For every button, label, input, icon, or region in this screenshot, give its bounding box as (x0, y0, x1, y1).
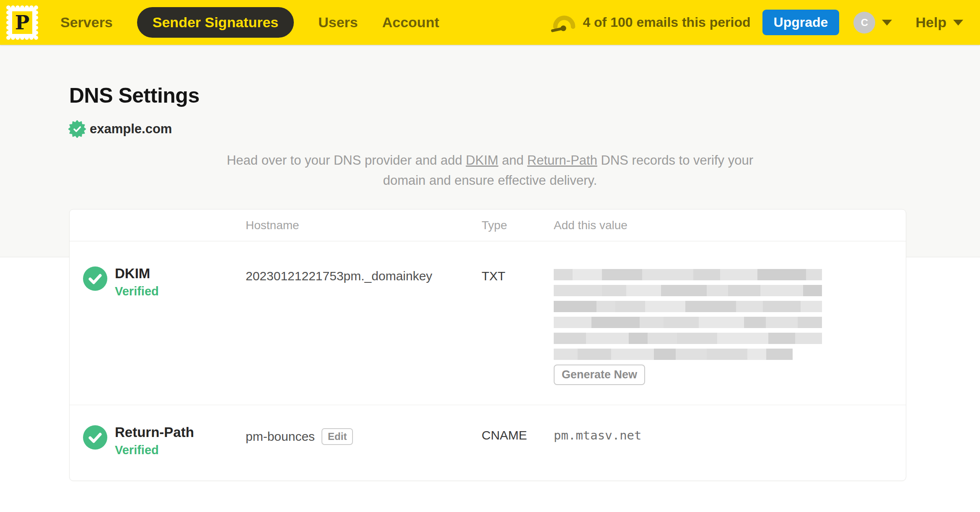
redacted-dkim-value (554, 269, 822, 360)
redacted-value-line (554, 317, 822, 328)
redacted-value-line (554, 301, 822, 312)
return-path-status-cell: Return-Path Verified (70, 405, 246, 481)
description-text: Head over to your DNS provider and add (227, 153, 466, 168)
help-menu[interactable]: Help (915, 14, 963, 31)
dkim-status-cell: DKIM Verified (70, 241, 246, 405)
return-path-value: pm.mtasv.net (554, 405, 906, 481)
table-row-dkim: DKIM Verified 20230121221753pm._domainke… (70, 241, 906, 405)
logo-letter: P (15, 11, 30, 34)
chevron-down-icon (882, 20, 892, 26)
domain-name: example.com (90, 122, 172, 137)
domain-row: example.com (68, 120, 980, 138)
edit-button[interactable]: Edit (321, 428, 353, 445)
help-label: Help (915, 14, 946, 31)
chevron-down-icon (953, 20, 963, 26)
verified-check-icon (83, 266, 107, 291)
record-name: Return-Path (115, 425, 194, 440)
page-title: DNS Settings (69, 83, 980, 108)
verified-check-icon (83, 425, 107, 450)
table-header-row: Hostname Type Add this value (70, 209, 906, 241)
header-hostname: Hostname (246, 219, 482, 232)
primary-nav: Servers Sender Signatures Users Account (60, 7, 439, 38)
status-badge: Verified (115, 443, 194, 457)
avatar[interactable]: C (853, 12, 875, 34)
nav-users[interactable]: Users (318, 14, 358, 31)
status-badge: Verified (115, 284, 159, 298)
dkim-hostname: 20230121221753pm._domainkey (246, 241, 482, 405)
dns-records-card: Hostname Type Add this value DKIM Verifi… (69, 209, 906, 481)
verified-seal-icon (68, 120, 86, 138)
redacted-value-line (554, 269, 822, 280)
header-type: Type (482, 219, 554, 232)
dkim-link[interactable]: DKIM (466, 153, 498, 168)
redacted-value-line (554, 333, 822, 344)
return-path-hostname: pm-bounces (246, 429, 315, 444)
nav-sender-signatures[interactable]: Sender Signatures (137, 7, 294, 38)
postmark-logo[interactable]: P (6, 5, 39, 40)
table-row-return-path: Return-Path Verified pm-bounces Edit CNA… (70, 405, 906, 481)
header-add-this-value: Add this value (554, 219, 906, 232)
dkim-status-texts: DKIM Verified (115, 266, 159, 298)
main-content: DNS Settings example.com Head over to yo… (0, 83, 980, 481)
account-menu[interactable]: C (853, 12, 892, 34)
return-path-type: CNAME (482, 405, 554, 481)
dkim-value-cell: Generate New (554, 241, 906, 405)
usage-gauge-icon (551, 12, 577, 33)
upgrade-button[interactable]: Upgrade (762, 10, 840, 35)
topbar-right-cluster: 4 of 100 emails this period Upgrade C He… (551, 10, 963, 35)
generate-new-button[interactable]: Generate New (554, 365, 645, 385)
nav-account[interactable]: Account (382, 14, 439, 31)
return-path-link[interactable]: Return-Path (527, 153, 597, 168)
return-path-hostname-cell: pm-bounces Edit (246, 405, 482, 481)
return-path-status-texts: Return-Path Verified (115, 425, 194, 457)
usage-counter: 4 of 100 emails this period (583, 15, 750, 30)
dkim-type: TXT (482, 241, 554, 405)
top-navigation-bar: P Servers Sender Signatures Users Accoun… (0, 0, 980, 45)
redacted-value-line (554, 285, 822, 296)
redacted-value-line (554, 349, 793, 360)
description-text: and (498, 153, 527, 168)
nav-servers[interactable]: Servers (60, 14, 113, 31)
page-description: Head over to your DNS provider and add D… (222, 150, 758, 191)
record-name: DKIM (115, 266, 159, 281)
